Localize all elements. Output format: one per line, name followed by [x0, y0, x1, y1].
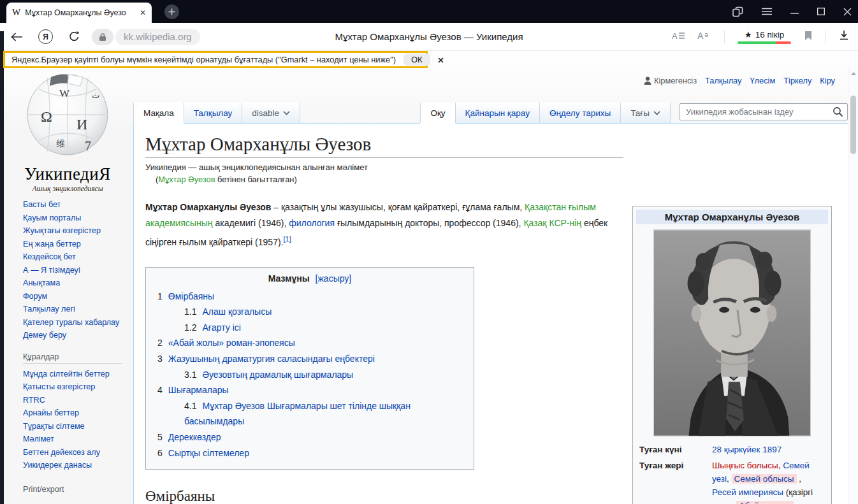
page-scrollbar[interactable] [848, 68, 858, 504]
sidebar: Басты бетҚауым порталыЖуықтағы өзгерісте… [23, 198, 130, 500]
notification-text: Яндекс.Браузер қауіпті болуы мүмкін кеңе… [11, 55, 396, 64]
scrollbar-up-icon[interactable] [848, 68, 858, 79]
svg-text:A: A [697, 31, 704, 41]
close-window-icon[interactable] [843, 8, 852, 16]
tab-article[interactable]: Мақала [133, 103, 184, 124]
toc-item[interactable]: 1Өмірбаяны [157, 289, 462, 305]
yandex-icon[interactable]: Я [38, 29, 53, 44]
sidebar-tools-item: Қатысты өзгерістер [23, 380, 130, 394]
page-title-center: Мұхтар Омарханұлы Әуезов — Уикипедия [335, 31, 523, 42]
personal-nav-link[interactable]: Талқылау [705, 76, 741, 85]
user-icon [644, 76, 651, 85]
tabs-spacer [300, 103, 420, 123]
sidebar-nav-list: Басты бетҚауым порталыЖуықтағы өзгерісте… [23, 198, 130, 342]
sidebar-tools-item: Уикидерек данасы [23, 459, 130, 472]
wikipedia-logo[interactable]: W Ω И 7 维 ث УикипедиЯ Ашық энциклопедияс… [18, 69, 117, 192]
svg-text:W: W [59, 87, 70, 99]
sidebar-tools-item: RTRC [23, 394, 130, 407]
sidebar-tools-item: Мұнда сілтейтін беттер [23, 368, 130, 381]
toc-item[interactable]: 4Шығармалары [157, 382, 462, 398]
minimize-icon[interactable] [790, 8, 799, 16]
rating-bar [738, 41, 791, 44]
user-status: Кірмегенсіз [644, 76, 697, 85]
side-panels-icon[interactable] [732, 6, 743, 17]
toc-title: Мазмұны [268, 273, 310, 284]
downloads-icon[interactable] [839, 30, 849, 43]
toc-item[interactable]: 2«Абай жолы» роман-эпопеясы [157, 335, 462, 351]
site-rating[interactable]: ★16 пікір [738, 29, 791, 44]
window-edge-strip [0, 31, 4, 504]
refresh-icon[interactable] [68, 31, 80, 43]
notification-close-icon[interactable] [438, 54, 444, 66]
toolbar-divider [825, 31, 826, 43]
personal-nav-link[interactable]: Кіру [820, 76, 835, 85]
tab-more-menu[interactable]: Тағы [621, 103, 671, 123]
tab-close-icon[interactable]: ✕ [140, 9, 146, 17]
site-subtitle: Уикипедия — ашық энциклопедиясынан алынғ… [145, 162, 623, 172]
toc-item[interactable]: 4.1Мұхтар Әуезов Шығармалары шет тілінде… [157, 398, 462, 429]
search-input[interactable] [680, 103, 848, 120]
sidebar-nav-item: Анықтама [23, 277, 130, 290]
toc-item[interactable]: 3.1Әуезовтың драмалық шығармалары [157, 367, 462, 383]
browser-toolbar: Я kk.wikipedia.org Мұхтар Омарханұлы Әуе… [0, 23, 858, 51]
logo-wordmark: УикипедиЯ [18, 164, 117, 184]
sidebar-nav-item: Қателер туралы хабарлау [23, 316, 130, 329]
secure-badge[interactable] [92, 29, 113, 45]
infobox-row-label: Туған күні [639, 443, 706, 456]
infobox-row: Туған жері Шыңғыс болысы, Семей уезі, Се… [639, 459, 825, 504]
toc-hide-link[interactable]: [жасыру] [316, 273, 352, 284]
tab-view-source[interactable]: Қайнарын қарау [456, 103, 540, 123]
toc-item[interactable]: 6Сыртқы сілтемелер [157, 445, 462, 461]
personal-nav-link[interactable]: Тіркелу [783, 76, 811, 85]
browser-tab-bar: W Мұхтар Омарханұлы Әуезо ✕ [0, 0, 858, 23]
sidebar-print-heading: Print/export [23, 485, 122, 496]
translate-icon[interactable]: Aә [697, 30, 711, 43]
svg-text:7: 7 [85, 139, 91, 153]
back-icon[interactable] [10, 32, 23, 42]
article-title: Мұхтар Омарханұлы Әуезов [145, 133, 623, 158]
article-tabs-row: Мақала Талқылау disable Оқу Қайнарын қар… [133, 103, 848, 124]
sidebar-nav-item: Қауым порталы [23, 212, 130, 225]
address-bar[interactable]: kk.wikipedia.org [115, 29, 200, 45]
search-area [680, 103, 848, 120]
toc-item[interactable]: 5Дереккөздер [157, 429, 462, 445]
tab-read[interactable]: Оқу [420, 103, 455, 124]
personal-nav-link[interactable]: Үлесім [750, 76, 776, 85]
star-icon: ★ [745, 29, 752, 40]
menu-icon[interactable] [762, 8, 772, 15]
sidebar-tools-item: Мәлімет [23, 433, 130, 446]
sidebar-nav-item: А — Я тізімдеуі [23, 264, 130, 277]
tab-talk[interactable]: Талқылау [184, 103, 243, 123]
tab-history[interactable]: Өңделу тарихы [540, 103, 621, 123]
portrait-photo[interactable] [653, 229, 811, 436]
infobox-title: Мұхтар Омарханұлы Әуезов [636, 210, 828, 224]
new-tab-button[interactable] [164, 4, 179, 19]
tab-disable-menu[interactable]: disable [242, 103, 300, 123]
redirect-note: (Мұхтар Әуезов бетінен бағытталған) [145, 175, 623, 184]
chevron-down-icon [653, 111, 660, 115]
scrollbar-thumb[interactable] [850, 96, 856, 154]
rating-count: 16 пікір [755, 30, 785, 40]
browser-tab[interactable]: W Мұхтар Омарханұлы Әуезо ✕ [6, 3, 152, 23]
bookmark-icon[interactable] [804, 31, 813, 43]
toc-item[interactable]: 3Жазушының драматургия саласындағы еңбек… [157, 351, 462, 367]
reader-mode-icon[interactable]: A [672, 31, 685, 43]
wikipedia-favicon-icon: W [12, 8, 20, 18]
maximize-icon[interactable] [817, 8, 825, 15]
search-icon[interactable] [833, 106, 843, 120]
sidebar-tools-heading: Құралдар [23, 352, 122, 364]
notification-ok-button[interactable]: ОК [404, 54, 430, 66]
sidebar-tools-item: Беттен дәйексөз алу [23, 446, 130, 459]
lead-paragraph: Мұхтар Омарханұлы Әуезов – қазақтың ұлы … [145, 199, 623, 250]
toc-item[interactable]: 1.2Ағарту ісі [157, 320, 462, 336]
sidebar-nav-item: Басты бет [23, 198, 130, 212]
browser-tab-title: Мұхтар Омарханұлы Әуезо [25, 8, 135, 17]
infobox-row-value: 28 қыркүйек 1897 [712, 443, 825, 456]
infobox-row-value: Шыңғыс болысы, Семей уезі, Семей облысы … [712, 459, 825, 504]
sidebar-tools-item: Тұрақты сілтеме [23, 420, 130, 433]
toc-item[interactable]: 1.1Алаш қозғалысы [157, 304, 462, 320]
sidebar-tools-list: Мұнда сілтейтін беттерҚатысты өзгерістер… [23, 368, 130, 472]
svg-text:ث: ث [92, 90, 99, 100]
svg-text:ә: ә [704, 31, 708, 38]
chevron-down-icon [283, 111, 290, 115]
